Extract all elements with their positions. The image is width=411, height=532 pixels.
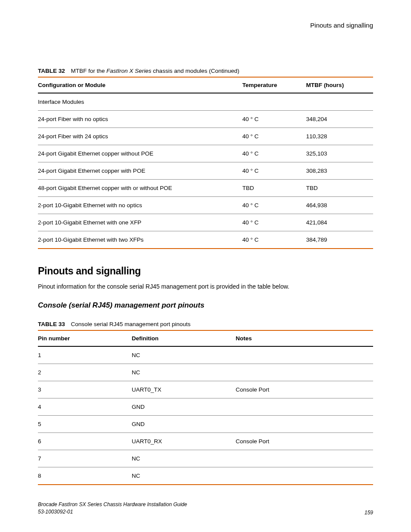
table-32-caption-prefix: MTBF for the bbox=[71, 68, 107, 74]
table-cell: 7 bbox=[38, 450, 132, 467]
table-cell: NC bbox=[132, 364, 236, 381]
table-cell: 325,103 bbox=[306, 145, 373, 162]
table-cell: 3 bbox=[38, 381, 132, 398]
table-cell: 384,789 bbox=[306, 231, 373, 249]
table-33-caption: TABLE 33 Console serial RJ45 management … bbox=[38, 321, 373, 327]
table-cell: 40 ° C bbox=[243, 145, 306, 162]
table-row: 24-port Gigabit Ethernet copper with POE… bbox=[38, 162, 373, 180]
table-cell: 2-port 10-Gigabit Ethernet with two XFPs bbox=[38, 231, 243, 249]
table-33-label: TABLE 33 bbox=[38, 321, 65, 327]
table-row: 48-port Gigabit Ethernet copper with or … bbox=[38, 180, 373, 197]
table-row: 3 UART0_TX Console Port bbox=[38, 381, 373, 398]
section-heading: Pinouts and signalling bbox=[38, 265, 373, 277]
table-row: 7 NC bbox=[38, 450, 373, 467]
table-cell: 8 bbox=[38, 467, 132, 485]
table-32-section-row: Interface Modules bbox=[38, 93, 373, 111]
table-row: 2-port 10-Gigabit Ethernet with two XFPs… bbox=[38, 231, 373, 249]
table-cell: GND bbox=[132, 398, 236, 416]
table-32-caption-italic: FastIron X Series bbox=[106, 68, 151, 74]
table-row: 5 GND bbox=[38, 416, 373, 433]
page-footer: Brocade FastIron SX Series Chassis Hardw… bbox=[38, 501, 373, 516]
table-cell: 2-port 10-Gigabit Ethernet with no optic… bbox=[38, 197, 243, 214]
table-cell bbox=[236, 364, 373, 381]
table-cell: 464,938 bbox=[306, 197, 373, 214]
table-cell: 40 ° C bbox=[243, 111, 306, 128]
table-row: 24-port Gigabit Ethernet copper without … bbox=[38, 145, 373, 162]
table-32-col-temp: Temperature bbox=[243, 77, 306, 93]
table-row: 24-port Fiber with 24 optics 40 ° C 110,… bbox=[38, 128, 373, 145]
section-paragraph: Pinout information for the console seria… bbox=[38, 283, 373, 290]
table-cell bbox=[236, 416, 373, 433]
table-cell: 348,204 bbox=[306, 111, 373, 128]
table-cell: 308,283 bbox=[306, 162, 373, 180]
table-row: 8 NC bbox=[38, 467, 373, 485]
table-33-col-notes: Notes bbox=[236, 330, 373, 346]
table-cell: 24-port Gigabit Ethernet copper without … bbox=[38, 145, 243, 162]
table-cell bbox=[236, 398, 373, 416]
table-cell: Console Port bbox=[236, 381, 373, 398]
table-32-col-mtbf: MTBF (hours) bbox=[306, 77, 373, 93]
table-cell: 1 bbox=[38, 346, 132, 364]
table-cell: NC bbox=[132, 450, 236, 467]
table-32: Configuration or Module Temperature MTBF… bbox=[38, 77, 373, 249]
table-cell: Console Port bbox=[236, 433, 373, 450]
table-cell: UART0_TX bbox=[132, 381, 236, 398]
table-32-caption-suffix: chassis and modules (Continued) bbox=[151, 68, 239, 74]
table-cell: 110,328 bbox=[306, 128, 373, 145]
table-33-col-pin: Pin number bbox=[38, 330, 132, 346]
table-row: 24-port Fiber with no optics 40 ° C 348,… bbox=[38, 111, 373, 128]
footer-doc-number: 53-1003092-01 bbox=[38, 508, 187, 516]
section-subheading: Console (serial RJ45) management port pi… bbox=[38, 301, 373, 310]
table-33: Pin number Definition Notes 1 NC 2 NC 3 … bbox=[38, 330, 373, 485]
table-32-col-config: Configuration or Module bbox=[38, 77, 243, 93]
footer-guide-title: Brocade FastIron SX Series Chassis Hardw… bbox=[38, 501, 187, 508]
table-32-label: TABLE 32 bbox=[38, 68, 65, 74]
footer-page-number: 159 bbox=[364, 510, 373, 516]
table-cell: 40 ° C bbox=[243, 197, 306, 214]
table-32-caption: TABLE 32 MTBF for the FastIron X Series … bbox=[38, 68, 373, 74]
table-cell: NC bbox=[132, 346, 236, 364]
table-cell bbox=[236, 467, 373, 485]
table-cell: TBD bbox=[243, 180, 306, 197]
table-cell: 40 ° C bbox=[243, 128, 306, 145]
table-cell: 4 bbox=[38, 398, 132, 416]
table-row: 1 NC bbox=[38, 346, 373, 364]
table-cell: 24-port Fiber with 24 optics bbox=[38, 128, 243, 145]
table-cell: NC bbox=[132, 467, 236, 485]
document-page: Pinouts and signalling TABLE 32 MTBF for… bbox=[0, 0, 411, 532]
table-33-caption-text: Console serial RJ45 management port pino… bbox=[71, 321, 191, 327]
table-cell: 24-port Gigabit Ethernet copper with POE bbox=[38, 162, 243, 180]
table-32-section-label: Interface Modules bbox=[38, 93, 373, 111]
table-row: 6 UART0_RX Console Port bbox=[38, 433, 373, 450]
table-row: 4 GND bbox=[38, 398, 373, 416]
table-cell bbox=[236, 346, 373, 364]
table-cell: 24-port Fiber with no optics bbox=[38, 111, 243, 128]
table-cell: 48-port Gigabit Ethernet copper with or … bbox=[38, 180, 243, 197]
running-header: Pinouts and signalling bbox=[38, 22, 373, 29]
table-cell: TBD bbox=[306, 180, 373, 197]
table-cell: GND bbox=[132, 416, 236, 433]
table-cell: 421,084 bbox=[306, 214, 373, 231]
table-cell: 40 ° C bbox=[243, 162, 306, 180]
table-row: 2-port 10-Gigabit Ethernet with one XFP … bbox=[38, 214, 373, 231]
table-cell: 40 ° C bbox=[243, 214, 306, 231]
footer-left: Brocade FastIron SX Series Chassis Hardw… bbox=[38, 501, 187, 516]
table-cell: 5 bbox=[38, 416, 132, 433]
table-cell: UART0_RX bbox=[132, 433, 236, 450]
table-cell: 2-port 10-Gigabit Ethernet with one XFP bbox=[38, 214, 243, 231]
table-cell: 2 bbox=[38, 364, 132, 381]
table-cell: 40 ° C bbox=[243, 231, 306, 249]
table-row: 2 NC bbox=[38, 364, 373, 381]
table-cell bbox=[236, 450, 373, 467]
table-cell: 6 bbox=[38, 433, 132, 450]
table-row: 2-port 10-Gigabit Ethernet with no optic… bbox=[38, 197, 373, 214]
table-33-col-def: Definition bbox=[132, 330, 236, 346]
